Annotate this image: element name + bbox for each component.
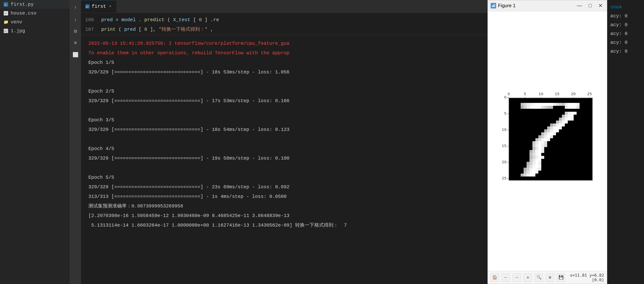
svg-rect-11 <box>494 4 495 7</box>
svg-text:25: 25 <box>502 176 506 180</box>
toolbar-up-btn[interactable]: ↑ <box>72 4 80 12</box>
svg-rect-87 <box>556 120 559 124</box>
terminal-line-7: 329/329 [==============================]… <box>88 96 480 106</box>
svg-text:25: 25 <box>587 92 592 96</box>
sidebar-item-1-jpg[interactable]: JPG 1.jpg <box>0 26 70 35</box>
svg-rect-113 <box>544 135 547 138</box>
terminal-line-11 <box>88 134 480 144</box>
svg-rect-68 <box>550 106 553 109</box>
svg-rect-59 <box>524 106 526 109</box>
svg-rect-98 <box>553 126 556 130</box>
line-numbers: 106 107 <box>81 13 98 35</box>
terminal-line-1: 2022-05-13 15:41:29.925756: I tensorflow… <box>88 39 480 48</box>
svg-rect-50 <box>556 103 559 106</box>
svg-rect-78 <box>562 115 565 118</box>
svg-rect-9 <box>492 6 493 7</box>
svg-rect-48 <box>550 103 553 106</box>
terminal-line-19: [2.2070398e-16 1.5058459e-12 1.9930460e-… <box>88 211 480 220</box>
svg-rect-94 <box>559 124 562 126</box>
svg-rect-80 <box>568 115 571 118</box>
svg-rect-106 <box>541 132 544 135</box>
svg-rect-121 <box>532 141 536 144</box>
terminal-line-9: Epoch 3/5 <box>88 115 480 125</box>
svg-rect-124 <box>541 141 544 144</box>
svg-rect-88 <box>559 120 562 124</box>
toolbar-box-btn[interactable]: ⬜ <box>72 51 80 59</box>
svg-rect-40 <box>526 103 530 106</box>
toolbar-grid-btn[interactable]: ⊡ <box>72 27 80 35</box>
fig-back-btn[interactable]: ← <box>502 274 510 282</box>
tab-close-btn[interactable]: × <box>108 4 112 9</box>
svg-rect-123 <box>538 141 541 144</box>
svg-rect-112 <box>541 135 544 138</box>
python-file-icon: py <box>3 2 9 7</box>
tab-first[interactable]: py first × <box>81 0 117 13</box>
terminal-line-2: To enable them in other operations, rebu… <box>88 48 480 58</box>
figure-maximize-btn[interactable]: □ <box>587 2 593 9</box>
figure-titlebar: Figure 1 — □ ✕ <box>488 0 607 11</box>
figure-title: Figure 1 <box>491 3 516 8</box>
csv-file-icon: CSV <box>3 10 9 16</box>
svg-rect-129 <box>541 144 544 147</box>
figure-toolbar: 🏠 ← → ✛ 🔍 ⚙ 💾 x=11.81 y=6.82 [0.0] <box>488 271 607 284</box>
svg-rect-172 <box>532 170 536 174</box>
code-content[interactable]: pred = model . predict ( X_test [ 0 ] .r… <box>98 13 488 35</box>
terminal-line-18: 测试集预测准确率：0.9873999953269958 <box>88 201 480 211</box>
svg-rect-93 <box>556 124 559 126</box>
svg-rect-167 <box>536 168 538 170</box>
svg-rect-77 <box>574 112 576 115</box>
svg-rect-101 <box>544 130 547 132</box>
sidebar-item-first-py[interactable]: py first.py <box>0 0 70 9</box>
fig-settings-btn[interactable]: ⚙ <box>546 274 554 282</box>
svg-rect-140 <box>530 153 532 156</box>
svg-rect-181 <box>509 180 593 180</box>
svg-rect-132 <box>536 147 538 150</box>
svg-rect-177 <box>530 174 532 176</box>
fig-home-btn[interactable]: 🏠 <box>491 274 499 282</box>
terminal-line-16: 329/329 [==============================]… <box>88 182 480 192</box>
svg-rect-44 <box>538 103 541 106</box>
svg-rect-55 <box>571 103 574 106</box>
svg-rect-65 <box>541 106 544 109</box>
svg-text:15: 15 <box>502 144 506 148</box>
svg-rect-166 <box>532 168 536 170</box>
toolbar-menu-btn[interactable]: ≡ <box>72 39 80 47</box>
svg-rect-114 <box>547 135 550 138</box>
fig-forward-btn[interactable]: → <box>513 274 521 282</box>
svg-rect-41 <box>530 103 532 106</box>
fig-pan-btn[interactable]: ✛ <box>524 274 532 282</box>
svg-rect-85 <box>568 118 571 120</box>
sidebar-item-house-csv[interactable]: CSV house.csv <box>0 9 70 18</box>
svg-rect-144 <box>530 156 532 159</box>
svg-text:20: 20 <box>502 160 506 164</box>
svg-rect-162 <box>538 165 541 168</box>
toolbar-down-btn[interactable]: ↓ <box>72 16 80 24</box>
svg-rect-105 <box>556 130 559 132</box>
right-label-acy3: acy: 0 <box>607 30 644 37</box>
figure-title-text: Figure 1 <box>498 3 516 8</box>
code-panel: 106 107 pred = model . predict ( X_test … <box>81 13 488 35</box>
terminal-line-14 <box>88 163 480 173</box>
svg-rect-135 <box>530 150 532 153</box>
tab-bar: py first × <box>81 0 488 13</box>
svg-rect-165 <box>530 168 532 170</box>
svg-rect-159 <box>530 165 532 168</box>
svg-rect-99 <box>556 126 559 130</box>
svg-rect-160 <box>532 165 536 168</box>
svg-rect-56 <box>574 103 576 106</box>
terminal-line-12: Epoch 4/5 <box>88 144 480 154</box>
fig-save-btn[interactable]: 💾 <box>557 274 565 282</box>
sidebar-item-venv[interactable]: 📁 venv <box>0 18 70 26</box>
svg-rect-45 <box>541 103 544 106</box>
svg-rect-100 <box>559 126 562 130</box>
svg-rect-72 <box>574 106 576 109</box>
figure-minimize-btn[interactable]: — <box>575 2 584 9</box>
svg-rect-75 <box>568 112 571 115</box>
fig-zoom-btn[interactable]: 🔍 <box>535 274 543 282</box>
svg-rect-51 <box>559 103 562 106</box>
figure-close-btn[interactable]: ✕ <box>597 2 604 9</box>
sidebar-item-label: 1.jpg <box>11 28 25 34</box>
terminal-panel[interactable]: 2022-05-13 15:41:29.925756: I tensorflow… <box>81 35 488 284</box>
folder-icon: 📁 <box>3 19 9 25</box>
figure-svg: 0 5 10 15 20 25 0 5 10 15 20 25 <box>492 86 602 196</box>
